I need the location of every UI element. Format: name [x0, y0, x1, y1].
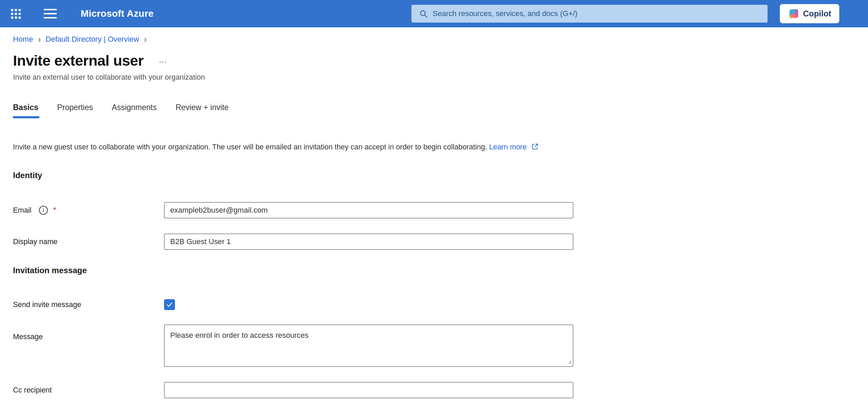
search-icon — [419, 9, 428, 18]
section-identity-heading: Identity — [13, 171, 868, 180]
page-subtitle: Invite an external user to collaborate w… — [13, 73, 868, 82]
email-label: Email — [13, 206, 31, 215]
main-content: Home › Default Directory | Overview › In… — [0, 35, 868, 398]
message-field-wrap: Please enrol in order to access resource… — [164, 324, 573, 367]
copilot-icon — [788, 8, 800, 19]
required-asterisk: * — [53, 205, 56, 214]
message-label: Message — [13, 333, 43, 341]
hamburger-icon — [44, 9, 57, 10]
tab-bar: Basics Properties Assignments Review + i… — [13, 103, 868, 118]
display-name-label-cell: Display name — [13, 238, 164, 246]
send-invite-label: Send invite message — [13, 301, 81, 309]
breadcrumb-home[interactable]: Home — [13, 35, 33, 44]
breadcrumb-directory-overview[interactable]: Default Directory | Overview — [45, 35, 139, 44]
chevron-right-icon: › — [144, 36, 147, 43]
page-title: Invite external user — [13, 52, 144, 69]
app-launcher-button[interactable] — [9, 7, 23, 21]
external-link-icon[interactable] — [531, 143, 539, 150]
email-field[interactable] — [164, 202, 573, 218]
intro-text: Invite a new guest user to collaborate w… — [13, 143, 868, 151]
message-field[interactable]: Please enrol in order to access resource… — [164, 324, 573, 367]
tab-properties[interactable]: Properties — [57, 103, 93, 118]
message-row: Message Please enrol in order to access … — [13, 324, 868, 367]
display-name-row: Display name — [13, 234, 868, 250]
message-label-cell: Message — [13, 324, 164, 341]
title-row: Invite external user … — [13, 52, 868, 69]
display-name-field[interactable] — [164, 234, 573, 250]
email-row: Email i * — [13, 202, 868, 218]
display-name-label: Display name — [13, 238, 57, 246]
tab-assignments[interactable]: Assignments — [112, 103, 157, 118]
cc-recipient-field[interactable] — [164, 382, 573, 398]
checkmark-icon — [166, 301, 173, 308]
cc-recipient-row: Cc recipient — [13, 382, 868, 398]
intro-description: Invite a new guest user to collaborate w… — [13, 143, 487, 151]
cc-recipient-label-cell: Cc recipient — [13, 386, 164, 395]
cc-recipient-label: Cc recipient — [13, 386, 52, 395]
section-invitation-heading: Invitation message — [13, 266, 868, 275]
search-input[interactable] — [433, 5, 768, 23]
email-label-cell: Email i * — [13, 206, 164, 215]
breadcrumb: Home › Default Directory | Overview › — [13, 35, 868, 44]
global-search[interactable] — [411, 5, 768, 23]
top-bar: Microsoft Azure Copilot — [0, 0, 868, 27]
learn-more-link[interactable]: Learn more — [489, 143, 527, 151]
tab-review-invite[interactable]: Review + invite — [176, 103, 229, 118]
send-invite-row: Send invite message — [13, 299, 868, 310]
copilot-button[interactable]: Copilot — [780, 4, 839, 23]
copilot-label: Copilot — [803, 9, 831, 18]
portal-menu-button[interactable] — [44, 8, 58, 19]
chevron-right-icon: › — [38, 36, 41, 43]
info-icon[interactable]: i — [39, 206, 48, 215]
tab-basics[interactable]: Basics — [13, 103, 38, 118]
send-invite-label-cell: Send invite message — [13, 301, 164, 309]
brand-title[interactable]: Microsoft Azure — [81, 8, 154, 19]
more-menu-icon[interactable]: … — [159, 55, 168, 64]
send-invite-checkbox[interactable] — [164, 299, 175, 310]
waffle-icon — [11, 9, 13, 11]
